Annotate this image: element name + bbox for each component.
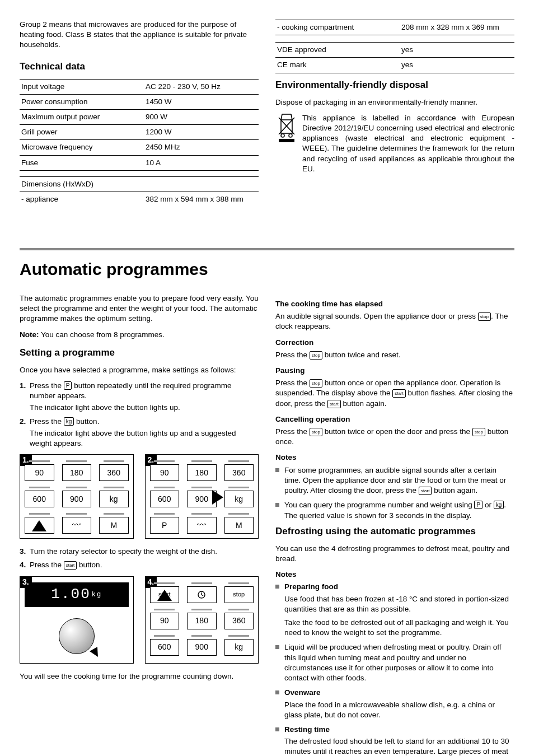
panel-1: 1. 90 180 360 600 900 kg P 〰 M xyxy=(20,454,134,539)
btn-900: 900 xyxy=(62,487,92,507)
resting-item: Resting time The defrosted food should b… xyxy=(275,725,514,756)
btn-kg: kg xyxy=(99,487,129,507)
btn-180: 180 xyxy=(62,460,92,481)
btn-p: P xyxy=(25,513,54,534)
technical-data-heading: Technical data xyxy=(20,60,259,73)
cooking-comp-table: - cooking compartment208 mm x 328 mm x 3… xyxy=(275,20,514,35)
approval-label: CE mark xyxy=(275,58,400,73)
btn-600: 600 xyxy=(25,487,54,507)
dims-heading: Dimensions (HxWxD) xyxy=(20,176,259,192)
spec-label: Microwave frequency xyxy=(20,140,144,155)
btn-90: 90 xyxy=(150,460,180,481)
steps-list: 1. Press the P button repeatedly until t… xyxy=(20,381,259,449)
clock-icon xyxy=(197,590,206,599)
auto-left-col: The automatic programmes enable you to p… xyxy=(20,293,259,756)
btn-p: P xyxy=(150,513,180,534)
btn-90: 90 xyxy=(25,460,54,481)
step-2: 2. Press the kg button. The indicator li… xyxy=(20,417,259,449)
top-right-col: - cooking compartment208 mm x 328 mm x 3… xyxy=(275,20,514,209)
note-item: For some programmes, an audible signal s… xyxy=(275,465,514,496)
notes-list: For some programmes, an audible signal s… xyxy=(275,465,514,521)
notes-heading: Notes xyxy=(275,452,514,463)
approval-value: yes xyxy=(400,43,514,58)
stop-button-icon: stop xyxy=(310,351,322,360)
btn-600: 600 xyxy=(150,635,180,656)
top-left-col: Group 2 means that microwaves are produc… xyxy=(20,20,259,209)
arrow-right-icon xyxy=(212,490,223,505)
auto-note: Note: You can choose from 8 programmes. xyxy=(20,330,259,340)
btn-360: 360 xyxy=(99,460,129,481)
approval-label: VDE approved xyxy=(275,43,400,58)
dims-appliance-label: - appliance xyxy=(20,192,144,207)
btn-600: 600 xyxy=(150,487,180,507)
section-divider xyxy=(20,248,514,250)
spec-value: 10 A xyxy=(144,155,259,170)
stop-button-icon: stop xyxy=(310,379,322,388)
spec-value: AC 220 - 230 V, 50 Hz xyxy=(144,79,259,94)
svg-line-4 xyxy=(281,114,282,120)
setting-intro: Once you have selected a programme, make… xyxy=(20,365,259,375)
countdown-text: You will see the cooking time for the pr… xyxy=(20,671,259,682)
panels-1-2: 1. 90 180 360 600 900 kg P 〰 M 2. 90 180 xyxy=(20,454,259,539)
spec-value: 1200 W xyxy=(144,125,259,140)
elapsed-heading: The cooking time has elapsed xyxy=(275,299,514,309)
btn-m: M xyxy=(99,513,129,534)
env-disposal-heading: Environmentally-friendly disposal xyxy=(275,79,514,92)
env-intro: Dispose of packaging in an environmental… xyxy=(275,97,514,108)
spec-value: 900 W xyxy=(144,110,259,125)
stop-button-icon: stop xyxy=(472,428,485,436)
approvals-table: VDE approvedyes CE markyes xyxy=(275,42,514,73)
cancel-text: Press the stop button twice or open the … xyxy=(275,427,514,447)
svg-point-6 xyxy=(281,134,284,137)
step-3: 3.Turn the rotary selector to specify th… xyxy=(20,547,259,557)
setting-programme-heading: Setting a programme xyxy=(20,347,259,360)
prep-food-item: Preparing food Use food that has been fr… xyxy=(275,582,514,638)
pausing-text: Press the stop button once or open the a… xyxy=(275,378,514,409)
step1-sub: The indicator light above the button lig… xyxy=(30,403,259,413)
top-section: Group 2 means that microwaves are produc… xyxy=(20,20,514,209)
stop-button-icon: stop xyxy=(310,428,322,436)
spec-label: Grill power xyxy=(20,125,144,140)
p-button-icon: P xyxy=(474,501,483,509)
dims-appliance-value: 382 mm x 594 mm x 388 mm xyxy=(144,192,259,207)
kg-button-icon: kg xyxy=(64,417,74,426)
tech-data-table: Input voltageAC 220 - 230 V, 50 Hz Power… xyxy=(20,79,259,171)
defrost-notes-heading: Notes xyxy=(275,570,514,580)
approval-value: yes xyxy=(400,58,514,73)
p-button-icon: P xyxy=(64,381,72,390)
btn-kg: kg xyxy=(224,635,254,656)
svg-line-5 xyxy=(291,114,292,120)
step-4: 4.Press the start button. xyxy=(20,560,259,570)
svg-point-7 xyxy=(289,134,292,137)
panel-3: 3. 1.00kg xyxy=(20,576,134,664)
auto-section: The automatic programmes enable you to p… xyxy=(20,293,514,756)
defrost-notes-list: Preparing food Use food that has been fr… xyxy=(275,582,514,756)
step2-sub: The indicator light above the button lig… xyxy=(30,428,259,449)
btn-900: 900 xyxy=(187,635,217,656)
arrow-up-icon xyxy=(157,590,172,601)
spec-label: Input voltage xyxy=(20,79,144,94)
btn-stop: stop xyxy=(224,582,254,603)
note-item: You can query the programme number and w… xyxy=(275,500,514,520)
svg-rect-8 xyxy=(279,139,294,142)
class-b-intro: Group 2 means that microwaves are produc… xyxy=(20,20,259,50)
panels-3-4: 3. 1.00kg 4. start stop 90 180 3 xyxy=(20,576,259,664)
correction-heading: Correction xyxy=(275,338,514,348)
spec-value: 2450 MHz xyxy=(144,140,259,155)
start-button-icon: start xyxy=(419,487,432,495)
kg-button-icon: kg xyxy=(494,501,504,509)
stop-button-icon: stop xyxy=(478,312,491,321)
weee-text: This appliance is labelled in accordance… xyxy=(302,113,514,174)
panel-2: 2. 90 180 360 600 900 kg P 〰 M xyxy=(145,454,259,539)
arrow-up-icon xyxy=(32,520,46,531)
steps-list-34: 3.Turn the rotary selector to specify th… xyxy=(20,547,259,570)
display-readout: 1.00kg xyxy=(25,582,129,607)
svg-line-11 xyxy=(202,595,203,596)
rotary-dial xyxy=(54,614,99,659)
btn-180: 180 xyxy=(187,609,217,629)
dims-table: Dimensions (HxWxD) - appliance382 mm x 5… xyxy=(20,176,259,207)
panel-4: 4. start stop 90 180 360 600 900 kg xyxy=(145,576,259,664)
liquid-item: Liquid will be produced when defrosting … xyxy=(275,642,514,683)
btn-wave: 〰 xyxy=(62,513,92,534)
panel-badge-3: 3. xyxy=(20,576,32,588)
